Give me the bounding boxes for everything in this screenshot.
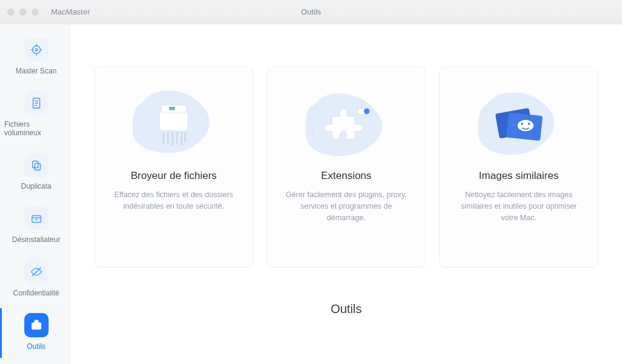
app-name: MacMaster [51,7,90,16]
sidebar-item-label: Confidentialité [13,289,59,297]
zoom-window-icon[interactable] [32,8,39,16]
sidebar-item-label: Désinstallateur [12,235,60,244]
svg-rect-16 [32,323,41,329]
card-desc: Gérer facilement des plugins, proxy, ser… [281,189,412,223]
window-controls [7,8,39,16]
sidebar-item-label: Outils [27,342,46,351]
svg-rect-11 [35,163,40,170]
main-content: Broyeur de fichiers Effacez des fichiers… [70,24,622,364]
section-title: Outils [330,302,361,316]
svg-point-29 [364,109,369,114]
card-extensions[interactable]: Extensions Gérer facilement des plugins,… [267,67,425,267]
svg-point-18 [37,326,38,327]
card-title: Extensions [321,170,371,182]
svg-rect-10 [32,161,38,168]
sidebar-item-large-files[interactable]: Fichiers volumineux [0,86,70,144]
svg-point-1 [35,49,38,51]
sidebar-item-label: Duplicata [21,182,51,190]
svg-point-33 [521,123,524,125]
svg-point-34 [528,123,530,125]
tools-cards: Broyeur de fichiers Effacez des fichiers… [95,67,598,267]
sidebar: Master Scan Fichiers volumineux Duplicat… [0,24,70,364]
card-desc: Nettoyez facilement des images similaire… [453,189,584,223]
file-icon [30,96,43,110]
shredder-illustration [125,85,222,164]
svg-point-0 [32,46,40,54]
crosshair-icon [30,43,43,56]
card-file-shredder[interactable]: Broyeur de fichiers Effacez des fichiers… [95,67,253,267]
svg-rect-12 [32,215,41,222]
images-illustration [470,85,567,164]
card-title: Images similaires [479,170,558,182]
svg-point-17 [34,326,35,327]
card-title: Broyeur de fichiers [131,170,217,182]
sidebar-item-uninstaller[interactable]: Désinstallateur [0,201,70,251]
archive-icon [30,212,43,225]
close-window-icon[interactable] [7,8,15,16]
svg-rect-19 [160,111,188,131]
svg-rect-21 [169,107,175,110]
sidebar-item-label: Master Scan [16,67,56,75]
sidebar-item-label: Fichiers volumineux [4,120,68,137]
eye-off-icon [30,265,43,278]
sidebar-item-tools[interactable]: Outils [0,308,70,358]
titlebar: MacMaster Outils [0,0,622,24]
copy-icon [30,158,43,172]
sidebar-item-privacy[interactable]: Confidentialité [0,255,70,305]
window-title: Outils [0,7,622,16]
sidebar-item-duplicates[interactable]: Duplicata [0,148,70,198]
sidebar-item-master-scan[interactable]: Master Scan [0,33,70,83]
toolbox-icon [30,318,43,332]
minimize-window-icon[interactable] [19,8,27,16]
card-desc: Effacez des fichiers et des dossiers ind… [108,189,239,212]
card-similar-images[interactable]: Images similaires Nettoyez facilement de… [440,67,598,267]
extensions-illustration [298,85,395,164]
